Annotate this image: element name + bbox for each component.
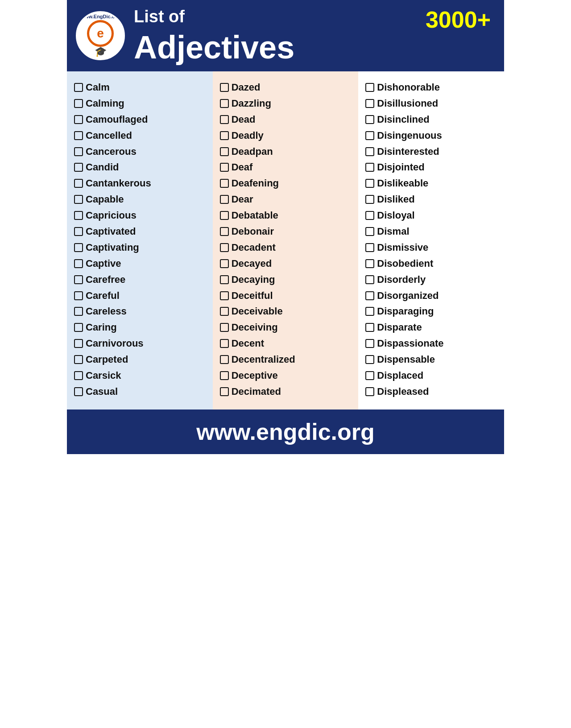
- list-item: Decentralized: [220, 352, 352, 367]
- list-item: Caring: [74, 320, 206, 335]
- checkbox-icon: [220, 387, 229, 396]
- list-item: Disliked: [365, 192, 497, 207]
- checkbox-icon: [220, 307, 229, 316]
- word-label: Captivating: [86, 240, 139, 255]
- checkbox-icon: [365, 387, 374, 396]
- checkbox-icon: [74, 131, 83, 140]
- word-label: Calming: [86, 96, 124, 111]
- word-label: Disliked: [377, 192, 414, 207]
- logo-letter: e: [97, 26, 104, 41]
- list-item: Captivated: [74, 224, 206, 239]
- checkbox-icon: [365, 179, 374, 188]
- word-label: Deadpan: [232, 145, 273, 159]
- list-item: Dismal: [365, 224, 497, 239]
- word-label: Deceiving: [232, 320, 278, 335]
- word-label: Decent: [232, 336, 264, 351]
- word-label: Decaying: [232, 273, 275, 287]
- checkbox-icon: [365, 147, 374, 156]
- page-title: Adjectives: [134, 31, 491, 63]
- checkbox-icon: [365, 307, 374, 316]
- checkbox-icon: [220, 83, 229, 92]
- checkbox-icon: [365, 259, 374, 268]
- checkbox-icon: [365, 115, 374, 124]
- word-label: Dispassionate: [377, 336, 443, 351]
- checkbox-icon: [74, 371, 83, 380]
- checkbox-icon: [220, 243, 229, 252]
- word-label: Deceivable: [232, 304, 283, 318]
- list-item: Dazzling: [220, 96, 352, 111]
- word-label: Disingenuous: [377, 128, 442, 143]
- word-label: Carefree: [86, 273, 125, 287]
- checkbox-icon: [365, 195, 374, 204]
- word-label: Capricious: [86, 208, 137, 223]
- word-label: Carpeted: [86, 352, 128, 367]
- word-label: Calm: [86, 80, 110, 95]
- list-item: Disorderly: [365, 273, 497, 287]
- list-of-label: List of: [134, 8, 185, 25]
- list-item: Deceitful: [220, 289, 352, 303]
- checkbox-icon: [220, 371, 229, 380]
- checkbox-icon: [74, 307, 83, 316]
- logo-url: www.EngDic.org: [81, 14, 120, 19]
- word-label: Disobedient: [377, 256, 433, 271]
- list-item: Disorganized: [365, 289, 497, 303]
- word-label: Dispensable: [377, 352, 435, 367]
- word-label: Disinclined: [377, 112, 429, 127]
- list-item: Decimated: [220, 385, 352, 399]
- word-label: Captive: [86, 256, 121, 271]
- column-3: DishonorableDisillusionedDisinclinedDisi…: [358, 71, 504, 410]
- list-item: Dead: [220, 112, 352, 127]
- word-label: Disillusioned: [377, 96, 438, 111]
- list-item: Decadent: [220, 240, 352, 255]
- list-item: Disjointed: [365, 160, 497, 174]
- word-label: Debonair: [232, 224, 274, 239]
- list-item: Dear: [220, 192, 352, 207]
- checkbox-icon: [74, 339, 83, 348]
- list-item: Cancelled: [74, 128, 206, 143]
- checkbox-icon: [365, 371, 374, 380]
- checkbox-icon: [220, 211, 229, 220]
- list-item: Careful: [74, 289, 206, 303]
- list-item: Disloyal: [365, 208, 497, 223]
- list-item: Candid: [74, 160, 206, 174]
- word-label: Disinterested: [377, 145, 439, 159]
- word-label: Deadly: [232, 128, 264, 143]
- list-item: Deceiving: [220, 320, 352, 335]
- checkbox-icon: [220, 339, 229, 348]
- word-label: Dismal: [377, 224, 409, 239]
- checkbox-icon: [220, 323, 229, 332]
- checkbox-icon: [365, 163, 374, 172]
- header: www.EngDic.org e 🎓 List of 3000+ Adjecti…: [67, 0, 504, 71]
- word-label: Casual: [86, 385, 118, 399]
- checkbox-icon: [74, 83, 83, 92]
- checkbox-icon: [74, 243, 83, 252]
- header-top-row: List of 3000+: [134, 8, 491, 31]
- list-item: Carnivorous: [74, 336, 206, 351]
- checkbox-icon: [74, 355, 83, 364]
- checkbox-icon: [365, 211, 374, 220]
- checkbox-icon: [74, 163, 83, 172]
- list-item: Cantankerous: [74, 176, 206, 190]
- list-item: Debonair: [220, 224, 352, 239]
- list-item: Deaf: [220, 160, 352, 174]
- list-item: Carefree: [74, 273, 206, 287]
- list-item: Decaying: [220, 273, 352, 287]
- list-item: Disinterested: [365, 145, 497, 159]
- checkbox-icon: [74, 147, 83, 156]
- word-label: Dishonorable: [377, 80, 440, 95]
- word-label: Decadent: [232, 240, 276, 255]
- list-item: Disingenuous: [365, 128, 497, 143]
- list-item: Deceptive: [220, 368, 352, 383]
- checkbox-icon: [220, 275, 229, 284]
- word-label: Disorderly: [377, 273, 426, 287]
- list-item: Dispassionate: [365, 336, 497, 351]
- checkbox-icon: [365, 275, 374, 284]
- checkbox-icon: [220, 355, 229, 364]
- checkbox-icon: [220, 115, 229, 124]
- list-item: Carpeted: [74, 352, 206, 367]
- checkbox-icon: [74, 115, 83, 124]
- footer-url: www.engdic.org: [196, 419, 375, 445]
- list-item: Deadly: [220, 128, 352, 143]
- checkbox-icon: [74, 179, 83, 188]
- word-label: Displeased: [377, 385, 429, 399]
